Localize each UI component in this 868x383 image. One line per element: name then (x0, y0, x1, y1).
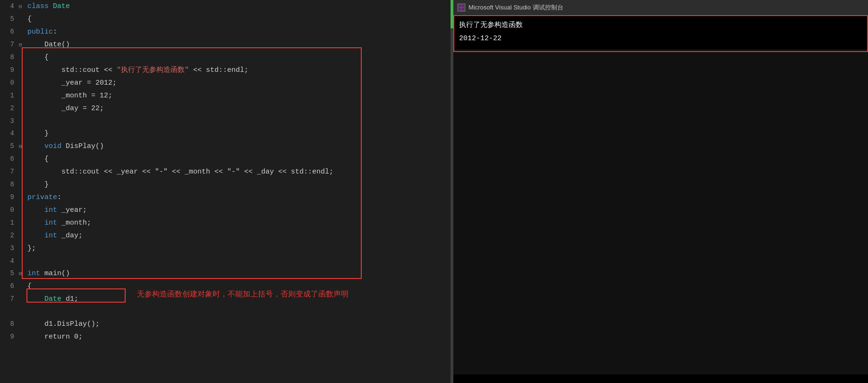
code-lines: 4 ⊟ class Date 5 { 6 public: 7 ⊟ Date() … (0, 0, 453, 383)
console-line-2: 2012-12-22 (459, 32, 862, 45)
vs-icon (457, 3, 466, 12)
d1-annotation-text: 无参构造函数创建对象时，不能加上括号，否则变成了函数声明 (137, 289, 349, 299)
code-line-18: 8 } (0, 178, 453, 191)
code-line-7: 7 ⊟ Date() (0, 38, 453, 51)
code-line-20: 0 int _year; (0, 204, 453, 217)
code-line-6: 6 public: (0, 26, 453, 38)
code-line-9: 9 std::cout << "执行了无参构造函数" << std::endl; (0, 64, 453, 77)
svg-rect-1 (462, 5, 464, 7)
console-titlebar: Microsoft Visual Studio 调试控制台 (453, 0, 868, 15)
collapse-icon-25[interactable]: ⊟ (19, 268, 27, 280)
console-rest (453, 49, 868, 374)
code-line-16: 6 { (0, 153, 453, 165)
console-output: 执行了无参构造函数 2012-12-22 (453, 15, 868, 49)
code-line-5: 5 { (0, 13, 453, 26)
console-window: Microsoft Visual Studio 调试控制台 执行了无参构造函数 … (453, 0, 868, 383)
code-line-21: 1 int _month; (0, 217, 453, 229)
collapse-icon-7[interactable]: ⊟ (19, 39, 27, 51)
code-line-8: 8 { (0, 51, 453, 64)
code-line-11: 1 _month = 12; (0, 89, 453, 102)
code-line-17: 7 std::cout << _year << "-" << _month <<… (0, 165, 453, 178)
code-line-10: 0 _year = 2012; (0, 77, 453, 89)
code-line-23: 3 }; (0, 242, 453, 255)
code-line-19: 9 private: (0, 191, 453, 204)
console-line-1: 执行了无参构造函数 (459, 19, 862, 32)
collapse-icon-15[interactable]: ⊟ (19, 140, 27, 153)
code-line-29: 9 return 0; (0, 331, 453, 343)
code-line-15: 5 ⊟ void DisPlay() (0, 140, 453, 153)
code-line-4: 4 ⊟ class Date (0, 0, 453, 13)
code-editor: 4 ⊟ class Date 5 { 6 public: 7 ⊟ Date() … (0, 0, 453, 383)
code-line-25: 5 ⊟ int main() (0, 267, 453, 280)
code-line-28: 8 d1.DisPlay(); (0, 318, 453, 331)
code-line-14: 4 } (0, 127, 453, 140)
svg-rect-2 (459, 8, 461, 10)
code-line-24: 4 (0, 255, 453, 267)
code-line-22: 2 int _day; (0, 229, 453, 242)
collapse-icon[interactable]: ⊟ (19, 0, 27, 13)
svg-rect-3 (462, 8, 464, 10)
code-line-12: 2 _day = 22; (0, 102, 453, 115)
code-line-13: 3 (0, 115, 453, 127)
console-body: 执行了无参构造函数 2012-12-22 (453, 15, 868, 383)
svg-rect-0 (459, 5, 461, 7)
console-title: Microsoft Visual Studio 调试控制台 (468, 3, 563, 12)
